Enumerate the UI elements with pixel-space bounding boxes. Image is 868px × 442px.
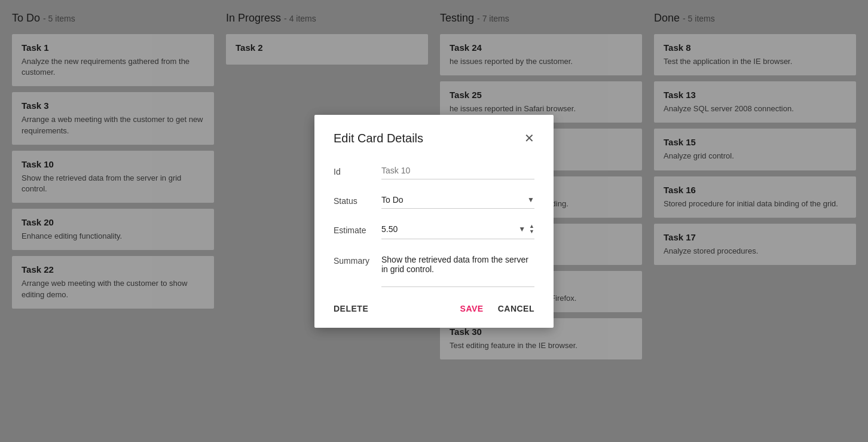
summary-control: Show the retrieved data from the server …: [381, 251, 534, 289]
close-button[interactable]: ✕: [524, 132, 534, 144]
summary-field-row: Summary Show the retrieved data from the…: [334, 251, 534, 289]
id-input[interactable]: [381, 162, 534, 179]
edit-card-dialog: Edit Card Details ✕ Id Status To Do In P…: [314, 115, 554, 328]
summary-textarea[interactable]: Show the retrieved data from the server …: [381, 251, 534, 287]
dialog-header: Edit Card Details ✕: [334, 132, 534, 145]
spinner-down-icon[interactable]: ▼: [529, 229, 534, 234]
modal-overlay: Edit Card Details ✕ Id Status To Do In P…: [0, 0, 868, 442]
estimate-control: ▼ ▲ ▼: [381, 221, 534, 239]
summary-label: Summary: [334, 251, 381, 266]
estimate-controls: ▼ ▲ ▼: [518, 224, 534, 234]
save-button[interactable]: SAVE: [460, 304, 484, 313]
dialog-actions: DELETE SAVE CANCEL: [334, 304, 534, 313]
id-control: [381, 162, 534, 179]
status-control: To Do In Progress Testing Done ▼: [381, 191, 534, 209]
status-select[interactable]: To Do In Progress Testing Done: [381, 191, 534, 209]
dialog-title: Edit Card Details: [334, 132, 423, 145]
estimate-input[interactable]: [381, 221, 518, 237]
estimate-label: Estimate: [334, 221, 381, 235]
status-label: Status: [334, 191, 381, 206]
estimate-spinner: ▲ ▼: [529, 224, 534, 234]
cancel-button[interactable]: CANCEL: [498, 304, 534, 313]
id-label: Id: [334, 162, 381, 176]
status-field-row: Status To Do In Progress Testing Done ▼: [334, 191, 534, 209]
delete-button[interactable]: DELETE: [334, 304, 368, 313]
estimate-dropdown-icon[interactable]: ▼: [518, 225, 525, 233]
estimate-wrapper: ▼ ▲ ▼: [381, 221, 534, 239]
estimate-field-row: Estimate ▼ ▲ ▼: [334, 221, 534, 239]
action-button-group: SAVE CANCEL: [460, 304, 534, 313]
id-field-row: Id: [334, 162, 534, 179]
